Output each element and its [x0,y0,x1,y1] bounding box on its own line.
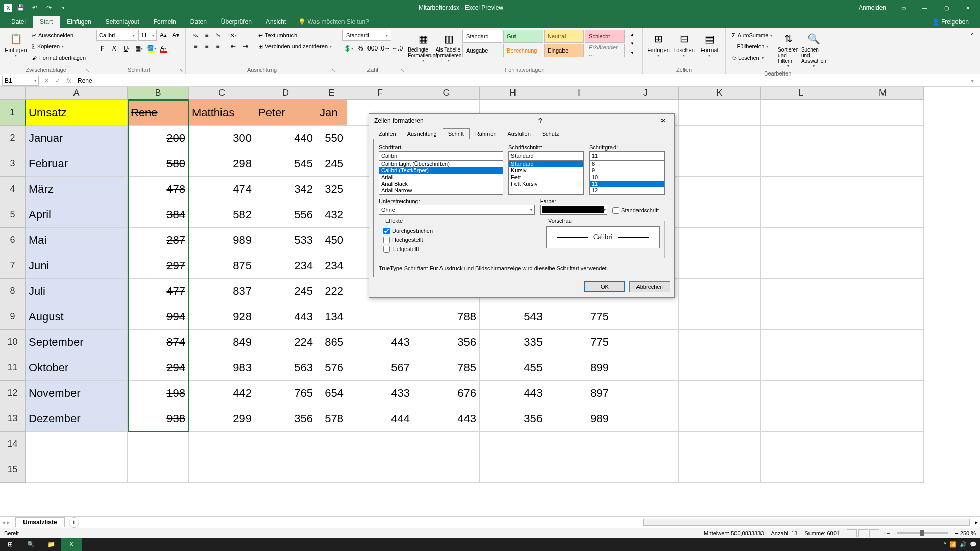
cell[interactable] [679,304,761,330]
cell[interactable] [679,228,761,253]
cell[interactable] [842,228,924,253]
col-header-F[interactable]: F [347,87,413,100]
cell[interactable]: 849 [189,330,255,355]
tray-network-icon[interactable]: 📶 [949,541,957,548]
cell[interactable] [679,279,761,304]
number-format-select[interactable]: Standard▾ [342,30,391,41]
cell[interactable] [842,406,924,432]
cell[interactable]: 477 [128,279,189,304]
cell[interactable]: 356 [480,406,546,432]
launcher-icon[interactable]: ⤡ [86,68,90,73]
tiefgestellt-checkbox[interactable]: Tiefgestellt [383,244,532,254]
launcher-icon[interactable]: ⤡ [401,68,405,73]
col-header-A[interactable]: A [26,87,128,100]
cell[interactable] [679,177,761,202]
enter-formula-button[interactable]: ✓ [52,76,63,86]
format-cells-button[interactable]: ▤Format▾ [698,30,721,59]
formula-input[interactable] [75,77,967,84]
cell[interactable] [612,355,679,381]
grad-list[interactable]: 8910111214 [589,160,665,195]
shrink-font-button[interactable]: A▾ [170,30,181,41]
cell[interactable] [842,355,924,381]
tellme-search[interactable]: 💡 Was möchten Sie tun? [293,16,374,28]
gallery-more-button[interactable]: ▼ [627,48,638,57]
cell[interactable]: 983 [189,355,255,381]
cell[interactable] [347,432,413,457]
cell[interactable] [761,100,842,126]
cell[interactable]: 198 [128,381,189,406]
indent-increase-button[interactable]: ⇥ [240,41,251,52]
cell[interactable] [255,432,316,457]
cell[interactable]: 556 [255,202,316,228]
fill-button[interactable]: ↓Füllbereich▾ [730,41,774,52]
cell[interactable]: 433 [347,381,413,406]
wrap-text-button[interactable]: ↩Textumbruch [256,30,334,41]
thousands-button[interactable]: 000 [367,43,378,54]
dialog-close-button[interactable]: ✕ [657,117,669,124]
cell[interactable] [612,330,679,355]
cell[interactable] [842,253,924,279]
insert-cells-button[interactable]: ⊞Einfügen▾ [647,30,670,59]
cell[interactable]: 865 [316,330,347,355]
cell[interactable]: 222 [316,279,347,304]
expand-formula-button[interactable]: ▾ [967,76,978,86]
cell[interactable] [612,457,679,483]
cell[interactable] [842,330,924,355]
save-button[interactable]: 💾 [14,2,27,14]
col-header-L[interactable]: L [761,87,842,100]
list-item[interactable]: Bahnschrift [379,194,503,195]
standard-font-checkbox[interactable]: Standardschrift [612,206,665,215]
cell[interactable]: Rene [128,100,189,126]
cell[interactable] [612,406,679,432]
cell[interactable]: 576 [316,355,347,381]
cell[interactable]: 356 [413,330,480,355]
list-item[interactable]: Standard [509,161,583,167]
schriftart-list[interactable]: Calibri Light (Überschriften)Calibri (Te… [379,160,503,195]
cell[interactable]: 342 [255,177,316,202]
row-header-8[interactable]: 8 [0,279,26,304]
view-pagelayout-button[interactable] [858,529,868,537]
cell[interactable]: Oktober [26,355,128,381]
decimal-decrease-button[interactable]: ←.0 [391,43,403,54]
cell[interactable]: 654 [316,381,347,406]
cell[interactable] [761,406,842,432]
cancel-formula-button[interactable]: ✕ [41,76,52,86]
cell[interactable]: 765 [255,381,316,406]
cell[interactable]: 938 [128,406,189,432]
align-middle-button[interactable]: ≡ [201,30,212,41]
cell[interactable] [679,406,761,432]
signin-link[interactable]: Anmelden [852,4,892,11]
start-button[interactable]: ⊞ [0,538,20,551]
delete-cells-button[interactable]: ⊟Löschen▾ [672,30,696,59]
cell[interactable]: 443 [480,381,546,406]
gallery-up-button[interactable]: ▲ [627,30,638,39]
hochgestellt-checkbox[interactable]: Hochgestellt [383,235,532,244]
ribbon-options-icon[interactable]: ▭ [893,0,914,15]
col-header-C[interactable]: C [189,87,255,100]
style-berechnung[interactable]: Berechnung [503,44,543,57]
cell[interactable] [679,330,761,355]
decimal-increase-button[interactable]: .0→ [379,43,390,54]
cell[interactable]: 533 [255,228,316,253]
tab-start[interactable]: Start [33,16,60,28]
row-header-14[interactable]: 14 [0,432,26,457]
dtab-schrift[interactable]: Schrift [443,128,470,139]
font-name-select[interactable]: Calibri▾ [96,30,137,41]
cell[interactable]: 550 [316,126,347,151]
dtab-ausrichtung[interactable]: Ausrichtung [402,128,443,139]
cut-button[interactable]: ✂Ausschneiden [30,30,88,41]
cell[interactable] [679,457,761,483]
list-item[interactable]: 9 [590,167,664,174]
cell[interactable] [842,151,924,177]
find-select-button[interactable]: 🔍Suchen und Auswählen▾ [802,30,825,69]
cell[interactable]: 224 [255,330,316,355]
italic-button[interactable]: K [109,43,120,54]
cell[interactable]: 384 [128,202,189,228]
grad-input[interactable] [589,151,665,160]
schnitt-list[interactable]: StandardKursivFettFett Kursiv [508,160,584,195]
schriftart-input[interactable] [379,151,503,160]
cell[interactable]: 897 [546,381,612,406]
cell[interactable] [347,304,413,330]
cell[interactable] [842,432,924,457]
col-header-G[interactable]: G [413,87,480,100]
